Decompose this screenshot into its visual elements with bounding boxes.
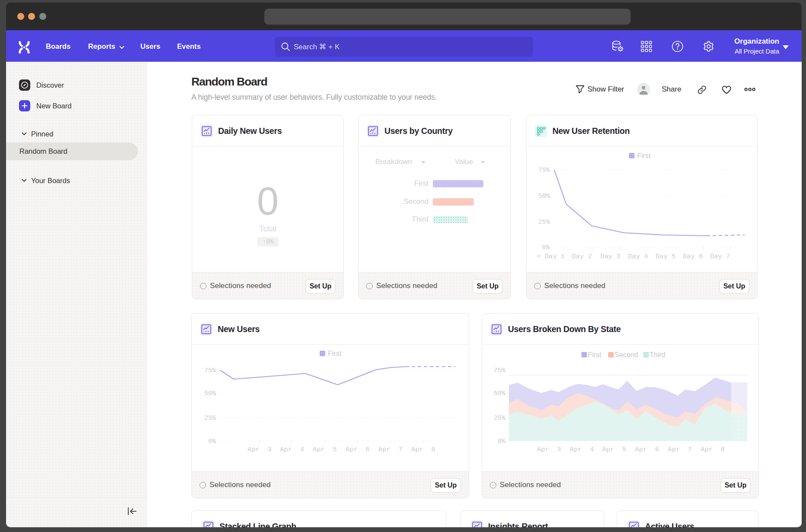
svg-text:50%: 50% bbox=[538, 193, 550, 200]
svg-text:Apr 3: Apr 3 bbox=[537, 446, 561, 453]
svg-text:Apr 7: Apr 7 bbox=[378, 446, 403, 453]
svg-text:Apr 4: Apr 4 bbox=[280, 446, 304, 453]
svg-text:Apr 6: Apr 6 bbox=[635, 446, 659, 453]
svg-text:75%: 75% bbox=[494, 367, 506, 374]
svg-text:0%: 0% bbox=[542, 244, 550, 251]
svg-text:50%: 50% bbox=[494, 390, 506, 397]
svg-text:25%: 25% bbox=[204, 415, 216, 422]
svg-text:< Day 1: < Day 1 bbox=[536, 253, 565, 260]
svg-text:25%: 25% bbox=[538, 218, 550, 226]
svg-text:25%: 25% bbox=[494, 415, 506, 422]
svg-text:Day 7: Day 7 bbox=[710, 253, 730, 260]
svg-text:Apr 5: Apr 5 bbox=[602, 446, 626, 453]
svg-text:Apr 7: Apr 7 bbox=[668, 446, 692, 453]
svg-text:Apr 4: Apr 4 bbox=[570, 446, 594, 453]
svg-text:Apr 8: Apr 8 bbox=[411, 446, 435, 453]
svg-text:Day 2: Day 2 bbox=[572, 253, 592, 260]
svg-text:Apr 5: Apr 5 bbox=[313, 446, 337, 453]
svg-text:75%: 75% bbox=[538, 167, 550, 174]
svg-text:50%: 50% bbox=[204, 390, 216, 397]
svg-text:Day 5: Day 5 bbox=[656, 253, 676, 260]
svg-text:0%: 0% bbox=[208, 438, 216, 445]
svg-text:75%: 75% bbox=[204, 367, 216, 374]
svg-text:Apr 3: Apr 3 bbox=[248, 446, 272, 453]
svg-text:Day 3: Day 3 bbox=[600, 253, 621, 260]
svg-text:Apr 8: Apr 8 bbox=[701, 446, 725, 453]
svg-text:0%: 0% bbox=[498, 438, 506, 445]
svg-text:Day 4: Day 4 bbox=[628, 253, 648, 260]
svg-text:Apr 6: Apr 6 bbox=[346, 446, 370, 453]
svg-text:Day 6: Day 6 bbox=[683, 253, 703, 260]
